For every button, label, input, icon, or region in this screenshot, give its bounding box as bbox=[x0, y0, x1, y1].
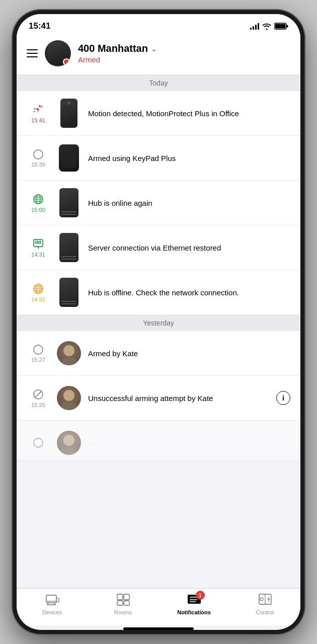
screen: 15:41 bbox=[17, 14, 300, 630]
notif-item-partial[interactable]: ... bbox=[17, 421, 300, 460]
armed-status: Armed bbox=[78, 55, 290, 64]
svg-point-3 bbox=[39, 105, 41, 107]
nav-notifications-label: Notifications bbox=[177, 609, 211, 615]
notif-icon-time-3: 15:00 bbox=[27, 193, 50, 213]
globe-offline-icon bbox=[32, 283, 44, 295]
notifications-scroll[interactable]: Today 15:41 Motion detected, Motion bbox=[17, 75, 300, 588]
device-image-7 bbox=[57, 383, 81, 413]
status-time: 15:41 bbox=[29, 21, 50, 31]
svg-rect-30 bbox=[56, 598, 59, 602]
notifications-icon-wrap: 1 bbox=[187, 593, 202, 607]
notif-item-armed-keypad[interactable]: 15:39 Armed using KeyPad Plus bbox=[17, 136, 300, 181]
nav-rooms-label: Rooms bbox=[114, 609, 132, 615]
svg-point-4 bbox=[34, 150, 43, 159]
notif-icon-time-2: 15:39 bbox=[27, 149, 50, 168]
notif-item-hub-online[interactable]: 15:00 Hub is online again bbox=[17, 181, 300, 225]
notif-text-4: Server connection via Ethernet restored bbox=[88, 243, 290, 253]
section-yesterday: Yesterday bbox=[17, 315, 300, 331]
header-text: 400 Manhattan ⌄ Armed bbox=[78, 43, 290, 64]
signal-icon bbox=[250, 23, 259, 30]
device-image-2 bbox=[57, 143, 81, 173]
notif-text-8: ... bbox=[88, 438, 290, 448]
notif-icon-time-7: 15:25 bbox=[27, 388, 50, 408]
ethernet-icon bbox=[32, 238, 44, 250]
hub-status-dot bbox=[63, 58, 70, 65]
hub-avatar bbox=[45, 40, 71, 66]
svg-line-23 bbox=[35, 391, 42, 398]
user-avatar-kate-2 bbox=[57, 386, 81, 410]
notifications-badge: 1 bbox=[196, 591, 205, 600]
globe-online-icon bbox=[32, 193, 44, 205]
notif-item-motion[interactable]: 15:41 Motion detected, MotionProtect Plu… bbox=[17, 91, 300, 136]
battery-icon bbox=[274, 23, 288, 30]
notif-icon-time-8 bbox=[27, 437, 50, 448]
control-icon bbox=[258, 593, 272, 606]
notif-icon-time-6: 15:27 bbox=[27, 344, 50, 363]
notif-time-5: 14:31 bbox=[31, 296, 45, 302]
wifi-icon bbox=[262, 23, 271, 30]
bottom-nav: Devices Rooms bbox=[17, 588, 300, 625]
blocked-icon bbox=[32, 388, 44, 400]
notif-text-2: Armed using KeyPad Plus bbox=[88, 153, 290, 164]
svg-rect-32 bbox=[124, 594, 129, 600]
header: 400 Manhattan ⌄ Armed bbox=[17, 35, 300, 75]
rooms-icon-wrap bbox=[116, 593, 131, 607]
notif-text-6: Armed by Kate bbox=[88, 348, 290, 359]
notif-time-1: 15:41 bbox=[31, 117, 45, 123]
notif-time-7: 15:25 bbox=[31, 402, 45, 408]
motion-icon bbox=[32, 104, 44, 116]
home-indicator bbox=[123, 627, 194, 630]
arm-icon-3 bbox=[33, 437, 44, 448]
devices-icon bbox=[45, 593, 59, 606]
device-image-1 bbox=[57, 98, 81, 128]
nav-devices[interactable]: Devices bbox=[17, 593, 88, 615]
svg-rect-33 bbox=[117, 601, 123, 605]
notif-text-7: Unsuccessful arming attempt by Kate bbox=[88, 393, 269, 404]
svg-point-41 bbox=[260, 598, 263, 601]
location-row[interactable]: 400 Manhattan ⌄ bbox=[78, 43, 290, 54]
control-icon-wrap bbox=[258, 593, 273, 607]
notif-item-hub-offline[interactable]: 14:31 Hub is offline. Check the network … bbox=[17, 270, 300, 315]
device-image-6 bbox=[57, 338, 81, 368]
notif-text-1: Motion detected, MotionProtect Plus in O… bbox=[88, 108, 290, 119]
svg-point-21 bbox=[34, 345, 43, 354]
phone-shell: 15:41 bbox=[13, 10, 304, 634]
nav-control[interactable]: Control bbox=[229, 593, 300, 615]
notif-time-2: 15:39 bbox=[31, 162, 45, 168]
device-image-4 bbox=[57, 232, 81, 263]
device-image-3 bbox=[57, 188, 81, 218]
status-icons bbox=[250, 23, 288, 30]
info-button[interactable]: i bbox=[276, 391, 290, 405]
notif-item-armed-kate[interactable]: 15:27 Armed by Kate bbox=[17, 331, 300, 376]
notif-item-unsuccessful-kate[interactable]: 15:25 Unsuccessful arming attempt by Kat… bbox=[17, 376, 300, 421]
notif-time-3: 15:00 bbox=[31, 207, 45, 213]
svg-point-24 bbox=[34, 438, 43, 447]
svg-rect-31 bbox=[117, 594, 123, 600]
svg-rect-2 bbox=[275, 24, 286, 29]
location-name: 400 Manhattan bbox=[78, 43, 148, 54]
menu-button[interactable] bbox=[27, 49, 38, 57]
devices-icon-wrap bbox=[45, 593, 60, 607]
nav-rooms[interactable]: Rooms bbox=[88, 593, 158, 615]
rooms-icon bbox=[116, 593, 130, 606]
user-avatar-kate-1 bbox=[57, 341, 81, 365]
section-today: Today bbox=[17, 75, 300, 91]
svg-rect-34 bbox=[124, 601, 129, 605]
user-avatar-kate-3 bbox=[57, 431, 81, 455]
notif-item-ethernet[interactable]: 14:31 Server connection via Ethernet res… bbox=[17, 225, 300, 270]
notif-text-5: Hub is offline. Check the network connec… bbox=[88, 287, 290, 298]
notif-icon-time-5: 14:31 bbox=[27, 283, 50, 302]
device-image-5 bbox=[57, 277, 81, 307]
nav-notifications[interactable]: 1 Notifications bbox=[158, 593, 229, 615]
svg-rect-1 bbox=[287, 25, 288, 28]
notif-icon-time-4: 14:31 bbox=[27, 238, 50, 258]
status-bar: 15:41 bbox=[17, 14, 300, 35]
nav-control-label: Control bbox=[256, 609, 274, 615]
notif-text-3: Hub is online again bbox=[88, 198, 290, 208]
arm-icon-1 bbox=[33, 149, 44, 160]
device-image-8 bbox=[57, 428, 81, 458]
notif-time-6: 15:27 bbox=[31, 357, 45, 363]
notif-time-4: 14:31 bbox=[31, 252, 45, 258]
arm-icon-2 bbox=[33, 344, 44, 355]
notif-icon-time-1: 15:41 bbox=[27, 104, 50, 123]
